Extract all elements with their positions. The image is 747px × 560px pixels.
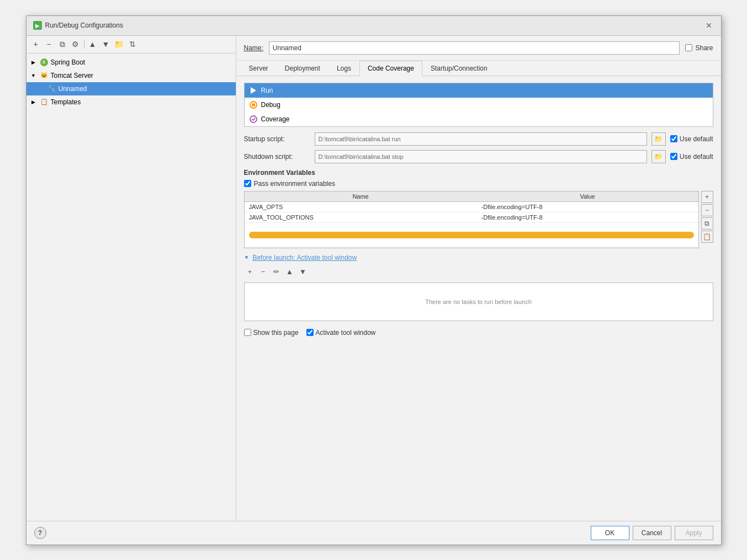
mode-debug[interactable]: Debug	[245, 98, 713, 112]
expand-arrow-spring: ▶	[30, 58, 38, 66]
name-row: Name: Share	[236, 36, 721, 61]
env-row-0-value: -Dfile.encoding=UTF-8	[477, 201, 698, 212]
tab-logs[interactable]: Logs	[329, 61, 359, 76]
left-toolbar: + − ⧉ ⚙ ▲ ▼ 📁 ⇅	[27, 36, 236, 54]
close-button[interactable]: ✕	[703, 20, 714, 31]
startup-use-default-checkbox[interactable]	[670, 135, 677, 142]
mode-debug-label: Debug	[261, 101, 280, 109]
startup-script-folder-btn[interactable]: 📁	[651, 132, 666, 146]
activate-window-label: Activate tool window	[316, 329, 376, 337]
coverage-icon	[249, 115, 258, 124]
startup-use-default-label: Use default	[680, 135, 713, 143]
left-panel: + − ⧉ ⚙ ▲ ▼ 📁 ⇅ ▶ S Spring Boot	[27, 36, 236, 521]
env-table-wrapper: Name Value JAVA_OPTS -Dfile.encoding=UTF…	[244, 191, 699, 248]
tab-deployment[interactable]: Deployment	[277, 61, 329, 76]
env-row-1[interactable]: JAVA_TOOL_OPTIONS -Dfile.encoding=UTF-8	[245, 212, 698, 222]
expand-arrow-templates: ▶	[30, 98, 38, 106]
expand-arrow-tomcat: ▼	[30, 72, 38, 79]
move-down-button[interactable]: ▼	[100, 38, 112, 50]
env-table-container: Name Value JAVA_OPTS -Dfile.encoding=UTF…	[244, 191, 713, 248]
env-table: Name Value JAVA_OPTS -Dfile.encoding=UTF…	[245, 191, 698, 248]
mode-coverage[interactable]: Coverage	[245, 112, 713, 126]
run-icon	[249, 86, 258, 95]
env-row-0[interactable]: JAVA_OPTS -Dfile.encoding=UTF-8	[245, 201, 698, 212]
env-side-buttons: + − ⧉ 📋	[701, 191, 713, 248]
dialog-content: + − ⧉ ⚙ ▲ ▼ 📁 ⇅ ▶ S Spring Boot	[27, 36, 721, 521]
share-label: Share	[695, 44, 713, 52]
pass-env-row: Pass environment variables	[244, 180, 713, 188]
toolbar-separator	[84, 40, 84, 49]
cancel-button[interactable]: Cancel	[633, 526, 671, 540]
settings-button[interactable]: ⚙	[70, 38, 82, 50]
before-launch-title: Before launch: Activate tool window	[252, 254, 357, 262]
pass-env-checkbox[interactable]	[244, 180, 251, 187]
shutdown-script-row: Shutdown script: 📁 Use default	[244, 150, 713, 163]
startup-use-default: Use default	[670, 135, 713, 143]
show-page-checkbox[interactable]	[244, 329, 251, 336]
spring-icon: S	[40, 58, 49, 67]
tree-item-unnamed[interactable]: 🔧 Unnamed	[27, 82, 236, 95]
env-vars-header: Environment Variables	[244, 169, 713, 177]
tab-startup-connection[interactable]: Startup/Connection	[422, 61, 496, 76]
templates-icon: 📋	[40, 98, 49, 106]
bl-edit-btn[interactable]: ✏	[271, 266, 283, 278]
help-button[interactable]: ?	[34, 527, 46, 539]
ok-button[interactable]: OK	[591, 526, 629, 540]
debug-icon	[249, 100, 258, 109]
bl-down-btn[interactable]: ▼	[297, 266, 309, 278]
startup-script-input[interactable]	[315, 132, 647, 146]
script-section: Startup script: 📁 Use default Shutdown s…	[244, 132, 713, 163]
move-to-folder-button[interactable]: 📁	[113, 38, 125, 50]
shutdown-use-default-checkbox[interactable]	[670, 153, 677, 160]
tabs-bar: Server Deployment Logs Code Coverage Sta…	[236, 61, 721, 76]
bl-add-btn[interactable]: +	[244, 266, 256, 278]
mode-coverage-label: Coverage	[261, 115, 290, 123]
add-config-button[interactable]: +	[30, 38, 42, 50]
tab-code-coverage[interactable]: Code Coverage	[359, 61, 422, 76]
dialog-title: Run/Debug Configurations	[45, 22, 123, 29]
shutdown-use-default-label: Use default	[680, 153, 713, 161]
unnamed-icon: 🔧	[47, 84, 56, 93]
activate-window-row: Activate tool window	[306, 329, 376, 337]
config-tree: ▶ S Spring Boot ▼ 🐱 Tomcat Server 🔧 Unn	[27, 54, 236, 521]
tree-item-spring-boot[interactable]: ▶ S Spring Boot	[27, 56, 236, 69]
remove-config-button[interactable]: −	[43, 38, 55, 50]
tree-item-templates[interactable]: ▶ 📋 Templates	[27, 95, 236, 109]
dialog-icon: ▶	[33, 21, 42, 30]
env-copy-btn[interactable]: ⧉	[701, 217, 713, 230]
name-label: Name:	[244, 44, 263, 52]
show-page-row: Show this page	[244, 329, 299, 337]
apply-button[interactable]: Apply	[675, 526, 713, 540]
sort-button[interactable]: ⇅	[126, 38, 139, 50]
bl-up-btn[interactable]: ▲	[284, 266, 296, 278]
no-tasks-label: There are no tasks to run before launch	[425, 298, 532, 305]
tab-server[interactable]: Server	[241, 61, 277, 76]
mode-run-label: Run	[261, 87, 273, 94]
activate-window-checkbox[interactable]	[306, 329, 314, 336]
shutdown-script-input[interactable]	[315, 150, 647, 163]
shutdown-use-default: Use default	[670, 153, 713, 161]
name-input[interactable]	[269, 41, 680, 55]
env-remove-btn[interactable]: −	[701, 204, 713, 216]
startup-script-label: Startup script:	[244, 135, 310, 143]
before-launch-header[interactable]: ▼ Before launch: Activate tool window	[244, 254, 713, 262]
env-paste-btn[interactable]: 📋	[701, 231, 713, 243]
mode-run[interactable]: Run	[245, 83, 713, 98]
title-bar-left: ▶ Run/Debug Configurations	[33, 21, 123, 30]
spring-boot-label: Spring Boot	[51, 58, 86, 66]
before-launch-toolbar: + − ✏ ▲ ▼	[244, 265, 713, 279]
env-add-btn[interactable]: +	[701, 191, 713, 203]
run-debug-dialog: ▶ Run/Debug Configurations ✕ + − ⧉ ⚙ ▲ ▼…	[26, 15, 722, 545]
copy-config-button[interactable]: ⧉	[56, 38, 68, 50]
share-checkbox[interactable]	[685, 44, 692, 51]
env-section: Environment Variables Pass environment v…	[244, 169, 713, 248]
bl-remove-btn[interactable]: −	[257, 266, 269, 278]
move-up-button[interactable]: ▲	[87, 38, 99, 50]
svg-point-1	[252, 103, 255, 106]
tree-item-tomcat[interactable]: ▼ 🐱 Tomcat Server	[27, 69, 236, 82]
before-launch-arrow: ▼	[244, 254, 250, 260]
tomcat-server-label: Tomcat Server	[51, 72, 93, 79]
right-panel: Name: Share Server Deployment Logs Code …	[236, 36, 721, 521]
shutdown-script-folder-btn[interactable]: 📁	[651, 150, 666, 163]
before-launch-content: There are no tasks to run before launch	[244, 282, 713, 321]
